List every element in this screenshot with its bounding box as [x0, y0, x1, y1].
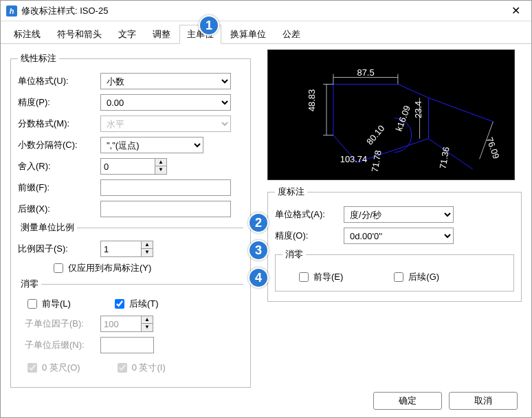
titlebar: h 修改标注样式: ISO-25 ✕ — [1, 1, 531, 21]
scale-factor-spinner[interactable]: ▲▼ — [100, 241, 169, 257]
spinner-down-icon[interactable]: ▼ — [142, 249, 153, 256]
svg-text:71.36: 71.36 — [437, 146, 451, 169]
prefix-input[interactable] — [100, 179, 231, 196]
decimal-sep-label: 小数分隔符(C): — [18, 139, 100, 151]
subunit-suffix-label: 子单位后缀(N): — [25, 339, 100, 351]
dialog-window: h 修改标注样式: ISO-25 ✕ 标注线 符号和箭头 文字 调整 主单位 换… — [0, 0, 532, 418]
callout-1: 1 — [199, 15, 219, 36]
layout-only-checkbox[interactable]: 仅应用到布局标注(Y) — [51, 261, 151, 275]
tab-symbols[interactable]: 符号和箭头 — [49, 25, 109, 44]
scale-legend: 测量单位比例 — [18, 221, 77, 234]
angular-group: 度标注 单位格式(A): 度/分/秒 精度(O): 0d.00'0'' 消零 前… — [267, 186, 522, 302]
precision-label: 精度(P): — [18, 96, 100, 109]
spinner-down-icon[interactable]: ▼ — [155, 166, 166, 174]
fraction-format-label: 分数格式(M): — [18, 118, 100, 130]
round-label: 舍入(R): — [18, 160, 100, 173]
callout-4: 4 — [248, 267, 269, 288]
svg-text:80.10: 80.10 — [364, 123, 386, 146]
tab-fit[interactable]: 调整 — [145, 25, 178, 44]
close-icon[interactable]: ✕ — [505, 4, 526, 17]
suffix-input[interactable] — [100, 201, 231, 217]
spinner-up-icon[interactable]: ▲ — [142, 241, 153, 249]
unit-format-label: 单位格式(U): — [18, 75, 100, 87]
spinner-up-icon: ▲ — [142, 316, 153, 324]
svg-text:71.78: 71.78 — [369, 149, 383, 173]
tab-tolerance[interactable]: 公差 — [275, 25, 308, 44]
zero-feet-checkbox: 0 英尺(O) — [25, 361, 80, 375]
dialog-footer: 确定 取消 — [1, 384, 531, 417]
callout-3: 3 — [248, 240, 269, 261]
suffix-label: 后缀(X): — [18, 203, 100, 215]
angular-legend: 度标注 — [275, 186, 307, 198]
tab-dimlines[interactable]: 标注线 — [6, 25, 48, 44]
round-input[interactable] — [100, 158, 155, 175]
tab-alt-units[interactable]: 换算单位 — [223, 25, 274, 44]
preview-pane: 87.5 48.83 103.74 80.10 k16.09 76.09 23.… — [267, 50, 515, 180]
ang-unit-format-label: 单位格式(A): — [275, 208, 344, 221]
ang-zero-legend: 消零 — [282, 248, 306, 261]
round-spinner[interactable]: ▲▼ — [100, 158, 169, 175]
svg-text:23.4: 23.4 — [413, 101, 423, 118]
ang-precision-label: 精度(O): — [275, 230, 344, 242]
svg-line-1 — [428, 139, 472, 170]
app-icon: h — [6, 6, 17, 16]
ang-leading-checkbox[interactable]: 前导(E) — [296, 270, 343, 284]
decimal-sep-select[interactable]: ","(逗点) — [100, 137, 203, 153]
fraction-format-select: 水平 — [100, 116, 231, 132]
tab-bar: 标注线 符号和箭头 文字 调整 主单位 换算单位 公差 — [1, 21, 531, 44]
svg-text:48.83: 48.83 — [307, 89, 317, 111]
svg-text:76.09: 76.09 — [485, 136, 502, 160]
prefix-label: 前缀(F): — [18, 182, 100, 194]
cancel-button[interactable]: 取消 — [449, 392, 518, 410]
subunit-factor-spinner: ▲▼ — [100, 316, 169, 332]
svg-text:103.74: 103.74 — [340, 154, 367, 164]
ang-trailing-checkbox[interactable]: 后续(G) — [391, 270, 439, 284]
zero-legend: 消零 — [18, 278, 41, 290]
scale-factor-label: 比例因子(S): — [18, 243, 100, 255]
zero-inch-checkbox: 0 英寸(I) — [115, 361, 166, 375]
leading-checkbox[interactable]: 前导(L) — [25, 297, 71, 311]
scale-factor-input[interactable] — [100, 241, 142, 257]
ok-button[interactable]: 确定 — [373, 392, 442, 410]
svg-text:87.5: 87.5 — [357, 67, 375, 78]
tab-text[interactable]: 文字 — [111, 25, 144, 44]
precision-select[interactable]: 0.00 — [100, 94, 231, 111]
subunit-factor-input — [100, 316, 142, 332]
ang-unit-format-select[interactable]: 度/分/秒 — [344, 206, 454, 223]
spinner-down-icon: ▼ — [142, 324, 153, 331]
trailing-checkbox[interactable]: 后续(T) — [112, 297, 159, 311]
svg-line-0 — [428, 98, 493, 122]
linear-group: 线性标注 单位格式(U): 小数 精度(P): 0.00 分数格式(M): 水平… — [10, 52, 251, 388]
subunit-factor-label: 子单位因子(B): — [25, 318, 100, 330]
ang-zero-group: 消零 前导(E) 后续(G) — [275, 248, 514, 292]
subunit-suffix-input — [100, 337, 154, 353]
ang-precision-select[interactable]: 0d.00'0'' — [344, 228, 454, 244]
unit-format-select[interactable]: 小数 — [100, 73, 231, 89]
dialog-content: 线性标注 单位格式(U): 小数 精度(P): 0.00 分数格式(M): 水平… — [1, 44, 531, 386]
linear-legend: 线性标注 — [18, 52, 59, 65]
window-title: 修改标注样式: ISO-25 — [21, 5, 505, 17]
spinner-up-icon[interactable]: ▲ — [155, 159, 166, 166]
callout-2: 2 — [248, 212, 269, 233]
